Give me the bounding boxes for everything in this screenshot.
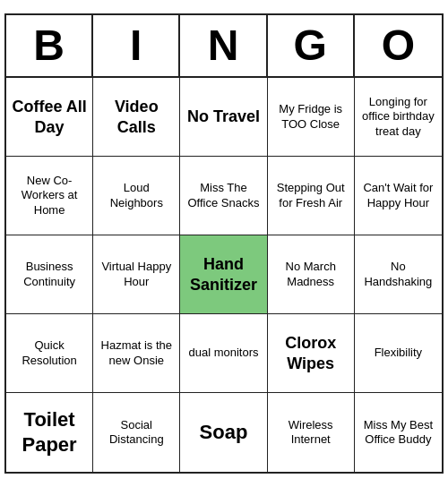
bingo-letter-o: O xyxy=(355,15,442,77)
bingo-card: BINGO Coffee All DayVideo CallsNo Travel… xyxy=(4,13,444,474)
bingo-letter-g: G xyxy=(268,15,355,77)
bingo-letter-i: I xyxy=(93,15,180,77)
bingo-cell-5: New Co-Workers at Home xyxy=(6,157,93,235)
bingo-cell-2: No Travel xyxy=(180,78,267,157)
bingo-cell-24: Miss My Best Office Buddy xyxy=(355,393,442,472)
bingo-cell-22: Soap xyxy=(180,393,267,472)
bingo-cell-15: Quick Resolution xyxy=(6,314,93,393)
bingo-cell-21: Social Distancing xyxy=(93,393,180,472)
bingo-cell-20: Toilet Paper xyxy=(6,393,93,472)
bingo-cell-8: Stepping Out for Fresh Air xyxy=(268,157,355,235)
bingo-cell-11: Virtual Happy Hour xyxy=(93,235,180,314)
bingo-cell-4: Longing for office birthday treat day xyxy=(355,78,442,157)
bingo-letter-b: B xyxy=(6,15,93,77)
bingo-cell-7: Miss The Office Snacks xyxy=(180,157,267,235)
bingo-cell-17: dual monitors xyxy=(180,314,267,393)
bingo-cell-14: No Handshaking xyxy=(355,235,442,314)
bingo-cell-1: Video Calls xyxy=(93,78,180,157)
bingo-cell-13: No March Madness xyxy=(268,235,355,314)
bingo-cell-16: Hazmat is the new Onsie xyxy=(93,314,180,393)
bingo-grid: Coffee All DayVideo CallsNo TravelMy Fri… xyxy=(6,78,442,472)
bingo-header: BINGO xyxy=(6,15,442,79)
bingo-cell-12: Hand Sanitizer xyxy=(180,235,267,314)
bingo-cell-19: Flexibility xyxy=(355,314,442,393)
bingo-cell-23: Wireless Internet xyxy=(268,393,355,472)
bingo-cell-3: My Fridge is TOO Close xyxy=(268,78,355,157)
bingo-cell-0: Coffee All Day xyxy=(6,78,93,157)
bingo-cell-9: Can't Wait for Happy Hour xyxy=(355,157,442,235)
bingo-cell-6: Loud Neighbors xyxy=(93,157,180,235)
bingo-letter-n: N xyxy=(180,15,267,77)
bingo-cell-18: Clorox Wipes xyxy=(268,314,355,393)
bingo-cell-10: Business Continuity xyxy=(6,235,93,314)
